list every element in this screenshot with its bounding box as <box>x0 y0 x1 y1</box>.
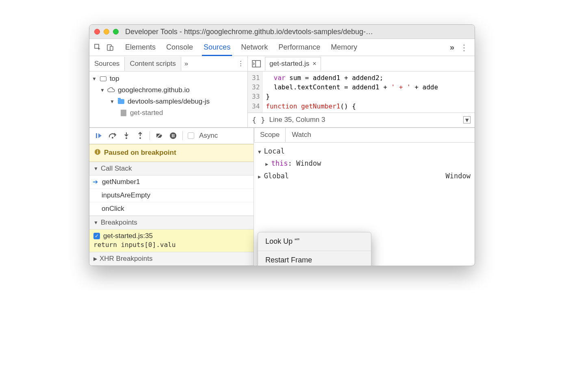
breakpoint-checkbox[interactable]: ✓ <box>93 233 100 239</box>
svg-rect-15 <box>97 150 98 151</box>
navigator-tab-content-scripts[interactable]: Content scripts <box>125 57 181 71</box>
scope-body: ▼ Local ▶ this: Window ▶ Global Window <box>254 143 475 185</box>
editor-file-tab[interactable]: get-started.js × <box>265 57 321 71</box>
stack-frame[interactable]: inputsAreEmpty <box>89 189 254 202</box>
step-out-icon[interactable] <box>136 131 145 140</box>
current-frame-icon: ➔ <box>93 178 98 186</box>
svg-rect-14 <box>97 151 98 154</box>
svg-rect-11 <box>172 134 173 137</box>
navigator-toggle-icon[interactable] <box>248 60 265 67</box>
scope-tabs: Scope Watch <box>254 128 475 143</box>
window-controls <box>94 29 119 35</box>
caret-down-icon: ▼ <box>258 149 264 155</box>
step-over-icon[interactable] <box>108 131 117 140</box>
minimize-window-icon[interactable] <box>104 29 109 35</box>
tree-label: get-started <box>130 109 163 117</box>
pause-exceptions-icon[interactable] <box>169 131 178 140</box>
svg-rect-2 <box>110 46 113 50</box>
panel-tabs: Elements Console Sources Network Perform… <box>124 40 447 55</box>
inspect-element-icon[interactable] <box>93 43 102 52</box>
svg-point-6 <box>112 137 113 139</box>
navigator-tab-sources[interactable]: Sources <box>89 57 125 71</box>
close-tab-icon[interactable]: × <box>312 60 316 67</box>
more-tabs-icon[interactable]: » <box>450 43 454 52</box>
caret-down-icon: ▼ <box>100 87 105 93</box>
caret-down-icon: ▼ <box>110 99 115 104</box>
editor-dropdown-icon[interactable]: ▾ <box>463 116 471 123</box>
code-editor[interactable]: 31 32 33 34 var sum = addend1 + addend2;… <box>248 71 475 113</box>
device-toolbar-icon[interactable] <box>106 43 115 52</box>
caret-right-icon: ▶ <box>258 174 264 180</box>
tab-scope[interactable]: Scope <box>254 128 286 142</box>
breakpoint-code: return inputs[0].valu <box>89 241 254 252</box>
tab-sources[interactable]: Sources <box>203 40 231 55</box>
resume-icon[interactable] <box>94 131 103 140</box>
svg-point-10 <box>170 132 176 139</box>
debugger-left: Async Paused on breakpoint ▼ Call Stack … <box>89 128 254 266</box>
async-checkbox[interactable] <box>188 132 194 139</box>
breakpoints-header[interactable]: ▼ Breakpoints <box>89 216 254 230</box>
navigator-menu-icon[interactable]: ⋮ <box>234 59 247 68</box>
svg-rect-3 <box>252 61 260 67</box>
scope-global[interactable]: ▶ Global Window <box>258 170 471 182</box>
sources-split: Sources Content scripts » ⋮ ▼ top ▼ goog <box>89 56 475 128</box>
editor-filename: get-started.js <box>269 60 309 68</box>
menu-restart-frame[interactable]: Restart Frame <box>258 253 371 266</box>
tree-domain[interactable]: ▼ googlechrome.github.io <box>89 84 247 96</box>
cloud-icon <box>107 87 115 93</box>
tab-watch[interactable]: Watch <box>286 128 317 142</box>
tab-elements[interactable]: Elements <box>124 40 156 55</box>
settings-menu-icon[interactable]: ⋮ <box>458 43 471 52</box>
menu-lookup[interactable]: Look Up “” <box>258 235 371 248</box>
navigator-panel: Sources Content scripts » ⋮ ▼ top ▼ goog <box>89 56 248 127</box>
tree-folder[interactable]: ▼ devtools-samples/debug-js <box>89 96 247 107</box>
svg-point-8 <box>139 137 141 139</box>
window-title: Developer Tools - https://googlechrome.g… <box>119 28 470 36</box>
debug-toolbar: Async <box>89 128 254 144</box>
stack-frame[interactable]: ➔ getNumber1 <box>89 175 254 189</box>
tree-label: top <box>110 75 119 83</box>
svg-rect-5 <box>96 133 97 138</box>
pretty-print-icon[interactable]: { } <box>252 116 265 124</box>
devtools-window: Developer Tools - https://googlechrome.g… <box>89 24 475 266</box>
pause-banner: Paused on breakpoint <box>89 144 254 162</box>
cursor-position: Line 35, Column 3 <box>269 116 325 124</box>
more-navigator-tabs-icon[interactable]: » <box>181 60 191 68</box>
folder-icon <box>117 98 125 105</box>
breakpoint-row[interactable]: ✓ get-started.js:35 <box>89 230 254 241</box>
main-toolbar: Elements Console Sources Network Perform… <box>89 39 475 56</box>
call-stack-header[interactable]: ▼ Call Stack <box>89 162 254 175</box>
scope-local[interactable]: ▼ Local <box>258 145 471 158</box>
caret-down-icon: ▼ <box>93 220 98 225</box>
file-tree: ▼ top ▼ googlechrome.github.io ▼ devtool… <box>89 71 247 127</box>
tab-performance[interactable]: Performance <box>278 40 321 55</box>
tab-console[interactable]: Console <box>165 40 194 55</box>
code-content: var sum = addend1 + addend2; label.textC… <box>262 71 441 113</box>
tree-top[interactable]: ▼ top <box>89 73 247 84</box>
caret-down-icon: ▼ <box>93 166 98 171</box>
xhr-breakpoints-header[interactable]: ▶ XHR Breakpoints <box>89 252 254 266</box>
file-icon <box>119 110 128 116</box>
tree-label: googlechrome.github.io <box>118 86 190 94</box>
line-gutter: 31 32 33 34 <box>248 71 262 113</box>
tree-label: devtools-samples/debug-js <box>128 97 210 106</box>
svg-rect-12 <box>174 134 174 137</box>
context-menu: Look Up “” Restart Frame Copy Stack Trac… <box>258 232 371 266</box>
deactivate-breakpoints-icon[interactable] <box>155 131 164 140</box>
step-into-icon[interactable] <box>122 131 131 140</box>
editor-panel: get-started.js × 31 32 33 34 var sum = a… <box>248 56 475 127</box>
async-label: Async <box>199 132 218 140</box>
zoom-window-icon[interactable] <box>113 29 119 35</box>
info-icon <box>94 149 101 157</box>
tab-memory[interactable]: Memory <box>330 40 358 55</box>
scope-this[interactable]: ▶ this: Window <box>258 157 471 170</box>
editor-status-bar: { } Line 35, Column 3 ▾ <box>248 113 475 127</box>
tree-file[interactable]: get-started <box>89 107 247 119</box>
tab-network[interactable]: Network <box>240 40 269 55</box>
navigator-tabs: Sources Content scripts » ⋮ <box>89 56 247 71</box>
titlebar: Developer Tools - https://googlechrome.g… <box>89 25 475 39</box>
caret-right-icon: ▶ <box>265 161 271 167</box>
stack-frame[interactable]: onClick <box>89 202 254 216</box>
caret-down-icon: ▼ <box>92 76 97 82</box>
close-window-icon[interactable] <box>94 29 100 35</box>
